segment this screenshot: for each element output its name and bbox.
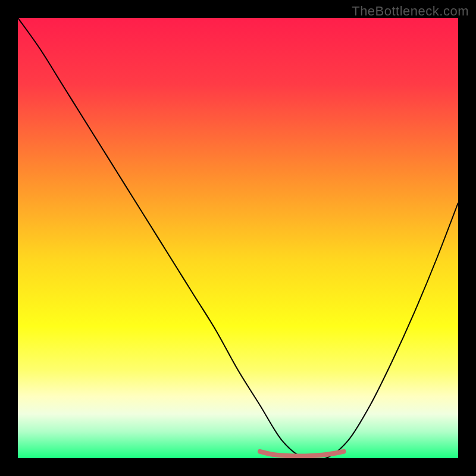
plot-area — [18, 18, 458, 458]
chart-svg — [18, 18, 458, 458]
watermark-text: TheBottleneck.com — [352, 4, 469, 19]
gradient-background — [18, 18, 458, 458]
chart-frame: TheBottleneck.com — [0, 0, 476, 476]
